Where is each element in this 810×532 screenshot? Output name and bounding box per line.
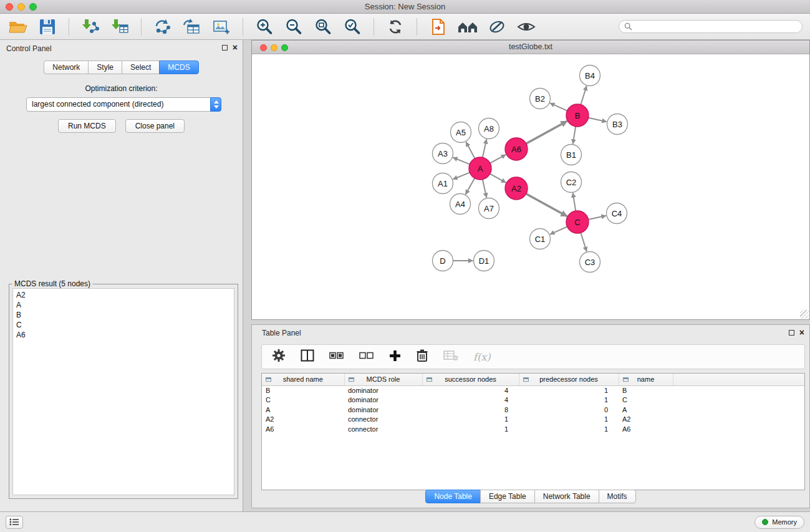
table-cell[interactable]: C [262,395,344,405]
edge-C-C2[interactable] [573,193,576,211]
column-header-successor-nodes[interactable]: successor nodes [422,374,519,385]
deselect-all-button[interactable] [359,351,374,363]
edge-C-C3[interactable] [581,233,586,251]
zoom-selected-button[interactable] [342,16,363,37]
table-row[interactable]: Bdominator41B [262,385,804,395]
close-panel-button[interactable]: Close panel [125,119,185,133]
column-header-predecessor-nodes[interactable]: predecessor nodes [519,374,619,385]
result-item[interactable]: B [16,310,231,320]
tab-style[interactable]: Style [88,60,122,74]
export-image-button[interactable] [211,16,232,37]
delete-column-button[interactable] [416,349,428,365]
save-session-button[interactable] [37,16,58,37]
open-session-button[interactable] [7,16,29,37]
node-A4[interactable]: A4 [450,194,471,215]
table-cell[interactable]: 1 [519,424,619,434]
node-C4[interactable]: C4 [607,203,627,224]
minimize-window-button[interactable] [17,3,25,11]
minimize-network-window-button[interactable] [271,44,277,51]
edge-A-A7[interactable] [483,180,486,198]
first-neighbors-button[interactable] [428,16,449,37]
network-canvas[interactable]: B4B2BB3A5A8A6B1A3AC2A1A2A4A7C4CC1C3DD1 [252,54,809,319]
node-A5[interactable]: A5 [451,122,471,143]
add-column-button[interactable] [389,350,401,364]
node-A2[interactable]: A2 [505,177,528,200]
edge-A-A8[interactable] [483,139,486,157]
table-row[interactable]: Cdominator41C [262,395,804,405]
new-network-button[interactable] [152,16,173,37]
function-builder-button[interactable]: f(x) [473,351,490,363]
table-cell[interactable]: 4 [422,385,519,395]
node-D[interactable]: D [433,251,453,271]
node-C[interactable]: C [566,211,589,233]
table-row[interactable]: Adominator80A [262,405,804,415]
table-row[interactable]: A2connector11A2 [262,415,804,425]
node-C1[interactable]: C1 [530,229,551,249]
table-settings-button[interactable] [272,349,286,365]
zoom-in-button[interactable] [254,16,275,37]
table-cell[interactable]: B [262,385,344,395]
table-tab-edge-table[interactable]: Edge Table [480,490,535,503]
edge-A-A1[interactable] [453,173,470,180]
node-A1[interactable]: A1 [433,173,453,194]
close-table-panel-icon[interactable] [799,329,804,336]
table-cell[interactable]: A6 [619,424,673,434]
maximize-window-button[interactable] [29,3,37,11]
table-cell[interactable]: connector [344,424,422,434]
edge-A-A4[interactable] [466,178,475,195]
edge-A2-C[interactable] [526,194,567,216]
import-network-button[interactable] [80,16,101,37]
refresh-button[interactable] [385,16,406,37]
tab-mcds[interactable]: MCDS [159,60,198,74]
table-tab-network-table[interactable]: Network Table [534,490,599,503]
home-button[interactable] [457,16,478,37]
node-B3[interactable]: B3 [607,114,628,135]
new-table-button[interactable] [181,16,203,37]
network-window-titlebar[interactable]: testGlobe.txt [252,41,809,54]
result-item[interactable]: A [16,300,231,310]
edge-B-B3[interactable] [589,118,607,122]
float-table-panel-icon[interactable] [789,330,794,336]
table-cell[interactable]: 4 [422,395,519,405]
zoom-out-button[interactable] [283,16,304,37]
edge-B-B2[interactable] [550,103,567,110]
close-network-window-button[interactable] [260,44,267,51]
table-cell[interactable]: 1 [422,415,519,425]
edge-A-A3[interactable] [453,157,470,164]
result-item[interactable]: C [16,320,231,330]
edge-A-A6[interactable] [490,155,506,163]
optimization-criterion-select[interactable]: largest connected component (directed) [26,97,221,112]
maximize-network-window-button[interactable] [281,44,288,51]
table-tab-node-table[interactable]: Node Table [425,490,481,503]
column-header-MCDS-role[interactable]: MCDS role [344,374,422,385]
close-window-button[interactable] [6,3,13,11]
result-item[interactable]: A2 [16,290,231,300]
search-input[interactable] [635,22,797,31]
node-B4[interactable]: B4 [580,65,600,86]
table-cell[interactable]: dominator [344,405,422,415]
table-row[interactable]: A6connector11A6 [262,424,804,434]
table-cell[interactable]: 1 [519,395,619,405]
tab-network[interactable]: Network [44,60,89,74]
table-cell[interactable]: A2 [262,415,344,425]
graphics-details-button[interactable] [486,16,508,37]
node-B2[interactable]: B2 [530,89,551,109]
edge-C-C1[interactable] [550,226,567,234]
node-D1[interactable]: D1 [474,251,494,271]
table-tab-motifs[interactable]: Motifs [599,490,636,503]
resize-grip[interactable] [800,310,809,319]
search-field[interactable] [619,20,803,33]
edge-B-B4[interactable] [581,86,586,105]
table-cell[interactable]: A2 [619,415,673,425]
table-cell[interactable]: A [262,405,344,415]
table-cell[interactable]: 8 [422,405,519,415]
node-A6[interactable]: A6 [505,138,528,160]
table-cell[interactable]: dominator [344,395,422,405]
mcds-result-list[interactable]: A2ABCA6 [12,288,234,495]
table-cell[interactable]: dominator [344,385,422,395]
table-cell[interactable]: 0 [519,405,619,415]
memory-button[interactable]: Memory [755,516,804,529]
node-A7[interactable]: A7 [479,198,499,219]
task-history-button[interactable] [6,516,23,529]
table-cell[interactable]: A6 [262,424,344,434]
